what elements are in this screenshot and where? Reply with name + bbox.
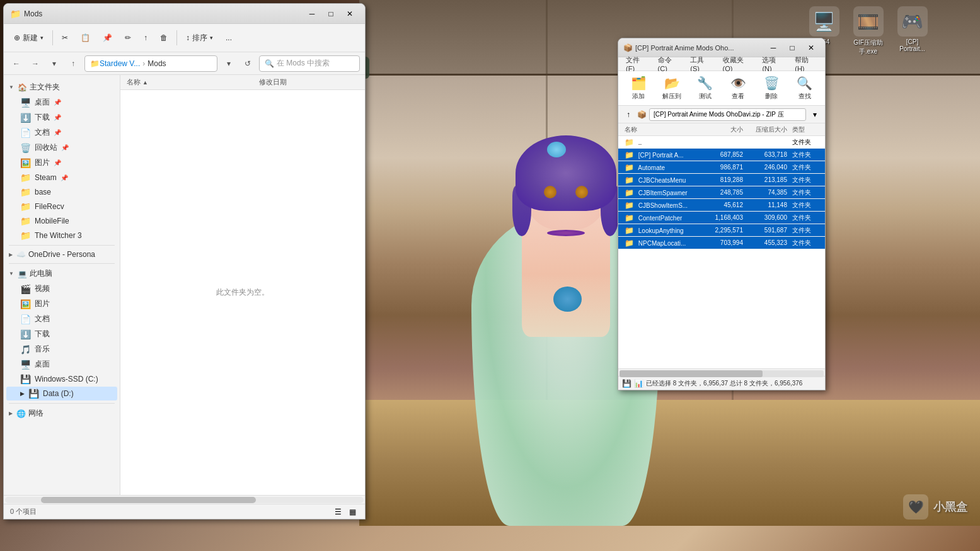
zip-scrollbar-thumb[interactable] (620, 370, 763, 377)
zip-delete-button[interactable]: 🗑️ 删除 (756, 74, 787, 103)
sort-arrow: ▾ (210, 35, 213, 41)
minimize-button[interactable]: ─ (303, 7, 321, 21)
sidebar-item-desktop[interactable]: 🖥️ 桌面 📌 (6, 95, 117, 110)
refresh-button[interactable]: ↺ (240, 56, 255, 71)
sidebar-item-docs-pc[interactable]: 📄 文档 (6, 312, 117, 326)
sidebar-item-witcher3[interactable]: 📁 The Witcher 3 (6, 229, 117, 242)
back-button[interactable]: ← (9, 56, 24, 71)
new-button[interactable]: ⊕ 新建 ▾ (9, 28, 49, 48)
zip-row-content[interactable]: 📁 ContentPatcher 1,168,403 309,600 文件夹 (618, 212, 825, 224)
zip-maximize-button[interactable]: □ (783, 41, 801, 55)
sidebar-item-data-d[interactable]: ▶ 💾 Data (D:) (6, 387, 117, 400)
zip-filelist: 📁 .. 文件夹 📁 [CP] Portrait A... 687,852 63… (618, 136, 825, 368)
watermark-icon: 🖤 (903, 494, 928, 520)
zip-status-icon-2: 📊 (634, 379, 643, 388)
more-button[interactable]: ... (221, 28, 237, 48)
zip-row-npcmap[interactable]: 📁 NPCMapLocati... 703,994 455,323 文件夹 (618, 237, 825, 249)
zip-minimize-button[interactable]: ─ (764, 41, 782, 55)
sidebar-item-music[interactable]: 🎵 音乐 (6, 342, 117, 356)
cp-portrait-icon: 🎮 (897, 6, 928, 37)
maximize-button[interactable]: □ (322, 7, 340, 21)
h-scrollbar[interactable] (4, 495, 365, 504)
zip-up-button[interactable]: ↑ (622, 108, 635, 121)
delete-toolbar-button[interactable]: 🗑 (155, 28, 173, 48)
sidebar-label-recycle: 回收站 (35, 142, 57, 153)
zip-row-cp-portrait[interactable]: 📁 [CP] Portrait A... 687,852 633,718 文件夹 (618, 149, 825, 161)
forward-button[interactable]: → (28, 56, 43, 71)
sidebar-item-steam[interactable]: 📁 Steam 📌 (6, 171, 117, 185)
sidebar-div-2 (9, 263, 115, 264)
thispc-header[interactable]: ▼ 💻 此电脑 (4, 266, 120, 281)
zip-test-button[interactable]: 🔧 测试 (689, 74, 720, 103)
zip-row-lookup[interactable]: 📁 LookupAnything 2,295,571 591,687 文件夹 (618, 224, 825, 237)
zip-hscrollbar[interactable] (618, 368, 825, 376)
sidebar-item-recycle[interactable]: 🗑️ 回收站 📌 (6, 140, 117, 155)
zip-size-content: 1,168,403 (701, 214, 746, 221)
sidebar-item-videos[interactable]: 🎬 视频 (6, 281, 117, 296)
sidebar-item-pictures-pc[interactable]: 🖼️ 图片 (6, 297, 117, 311)
zip-row-cjbshow[interactable]: 📁 CJBShowItemS... 45,612 11,148 文件夹 (618, 199, 825, 212)
zip-extract-button[interactable]: 📂 解压到 (657, 74, 688, 103)
onedrive-icon: ☁️ (16, 250, 26, 259)
zip-view-button[interactable]: 👁️ 查看 (723, 74, 754, 103)
zip-row-cjbcheatsmenu[interactable]: 📁 CJBCheatsMenu 819,288 213,185 文件夹 (618, 174, 825, 186)
quick-access-header[interactable]: ▼ 🏠 主文件夹 (4, 80, 120, 94)
paste-button[interactable]: 📌 (98, 28, 117, 48)
zip-find-button[interactable]: 🔍 查找 (789, 74, 820, 103)
recent-button[interactable]: ▾ (47, 56, 62, 71)
scrollbar-thumb[interactable] (41, 497, 256, 503)
sidebar-item-base[interactable]: 📁 base (6, 185, 117, 199)
empty-text: 此文件夹为空。 (216, 287, 269, 298)
zip-name-cp: [CP] Portrait A... (638, 152, 684, 159)
rename-button[interactable]: ✏ (120, 28, 136, 48)
zip-path-dropdown[interactable]: ▾ (809, 108, 821, 121)
zip-add-button[interactable]: 🗂️ 添加 (623, 74, 654, 103)
search-box[interactable]: 🔍 在 Mods 中搜索 (259, 55, 360, 72)
address-bar[interactable]: 📁 Stardew V... › Mods (84, 55, 217, 72)
sidebar-item-dl-pc[interactable]: ⬇️ 下载 (6, 327, 117, 341)
desktop-icon-cp[interactable]: 🎮 [CP] Portrait... (892, 3, 933, 59)
zip-col-name-text: 名称 (625, 126, 637, 133)
close-button[interactable]: ✕ (341, 7, 359, 21)
desktop-icon-gif[interactable]: 🎞️ GIF压缩助手.exe (848, 3, 889, 59)
collapse-arrow-pc: ▼ (9, 271, 14, 276)
sidebar-item-mobilefile[interactable]: 📁 MobileFile (6, 214, 117, 228)
sidebar-item-windows-ssd[interactable]: 💾 Windows-SSD (C:) (6, 372, 117, 386)
zip-row-automate[interactable]: 📁 Automate 986,871 246,040 文件夹 (618, 161, 825, 174)
zip-path[interactable]: [CP] Portrait Anime Mods OhoDavi.zip - Z… (649, 108, 806, 121)
drive-icon-data: 💾 (28, 389, 39, 399)
onedrive-header[interactable]: ▶ ☁️ OneDrive - Persona (4, 248, 120, 261)
zip-col-header-name: 名称 (622, 125, 701, 134)
network-header[interactable]: ▶ 🌐 网络 (4, 406, 120, 421)
sidebar-item-filerecv[interactable]: 📁 FileRecv (6, 200, 117, 213)
copy-button[interactable]: 📋 (76, 28, 95, 48)
sidebar-item-downloads[interactable]: ⬇️ 下载 📌 (6, 110, 117, 125)
address-dropdown[interactable]: ▾ (221, 56, 236, 71)
sidebar-item-pictures[interactable]: 🖼️ 图片 📌 (6, 156, 117, 170)
zip-col-type-text: 类型 (792, 126, 805, 133)
sort-button[interactable]: ↕ 排序 ▾ (181, 28, 218, 48)
sidebar-label-filerecv: FileRecv (35, 202, 64, 211)
zip-row-parent[interactable]: 📁 .. 文件夹 (618, 136, 825, 149)
view-list-button[interactable]: ☰ (331, 506, 344, 518)
zip-comp-automate: 246,040 (746, 164, 790, 171)
zip-file-icon-parent: 📁 (625, 138, 634, 147)
zip-close-button[interactable]: ✕ (802, 41, 820, 55)
char-dress-flower (553, 287, 582, 312)
gif-label: GIF压缩助手.exe (851, 38, 885, 56)
up-button[interactable]: ↑ (66, 56, 81, 71)
sidebar-item-desktop-pc[interactable]: 🖥️ 桌面 (6, 357, 117, 372)
share-button[interactable]: ↑ (139, 28, 153, 48)
folder-icon-music: 🎵 (20, 344, 31, 355)
zip-window: 📦 [CP] Portrait Anime Mods Oho... ─ □ ✕ … (618, 38, 826, 390)
sidebar-item-documents[interactable]: 📄 文档 📌 (6, 125, 117, 140)
zip-type-cp: 文件夹 (790, 151, 821, 159)
view-grid-button[interactable]: ▦ (346, 506, 359, 518)
zip-col-size-text: 大小 (730, 126, 743, 133)
zip-name-content: ContentPatcher (638, 215, 683, 222)
zip-row-cjbitem[interactable]: 📁 CJBItemSpawner 248,785 74,385 文件夹 (618, 186, 825, 199)
more-icon: ... (226, 33, 232, 42)
mods-window-title: Mods (24, 9, 303, 18)
cut-button[interactable]: ✂ (57, 28, 73, 48)
col-sort-icon: ▲ (142, 79, 148, 86)
